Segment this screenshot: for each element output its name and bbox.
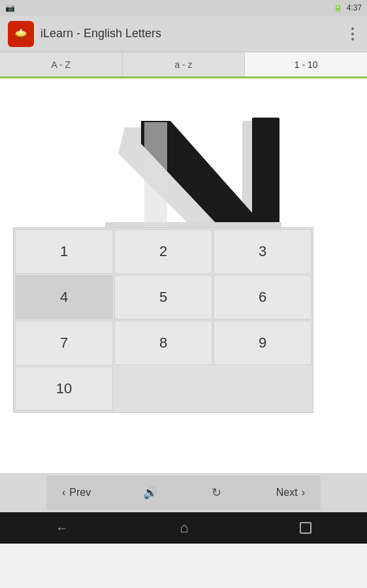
grid-cell-2[interactable]: 2	[114, 229, 212, 274]
next-chevron-icon: ›	[302, 487, 305, 498]
grid-cell-5[interactable]: 5	[114, 275, 212, 319]
android-bar: ← ⌂	[0, 512, 367, 544]
main-content: 1 2 3 4 5 6 7 8 9 10	[0, 78, 367, 473]
home-icon: ⌂	[180, 519, 188, 536]
volume-icon: 🔊	[143, 485, 157, 500]
tab-az-lower[interactable]: a - z	[123, 52, 246, 76]
title-bar: iLearn - English Letters	[0, 16, 367, 52]
grid-cell-10[interactable]: 10	[15, 367, 113, 411]
next-button[interactable]: Next ›	[271, 484, 310, 501]
grid-cell-3[interactable]: 3	[214, 229, 311, 274]
prev-button[interactable]: ‹ Prev	[57, 484, 96, 501]
android-home-button[interactable]: ⌂	[164, 514, 204, 542]
next-label: Next	[276, 487, 298, 498]
grid-cell-1[interactable]: 1	[15, 229, 113, 274]
bottom-nav: ‹ Prev 🔊 ↻ Next ›	[0, 473, 367, 512]
grid-cell-8[interactable]: 8	[114, 321, 212, 365]
volume-button[interactable]: 🔊	[138, 481, 162, 504]
refresh-icon: ↻	[212, 485, 221, 500]
svg-marker-10	[144, 122, 167, 232]
prev-chevron-icon: ‹	[62, 487, 65, 498]
status-time: 4:37	[347, 3, 362, 12]
grid-cell-4[interactable]: 4	[15, 275, 113, 319]
status-right-info: 🔋 4:37	[333, 3, 362, 12]
tab-bar: A - Z a - z 1 - 10	[0, 52, 367, 78]
status-left-icons: 📷	[5, 3, 15, 12]
tab-numbers[interactable]: 1 - 10	[245, 52, 367, 76]
grid-cell-9[interactable]: 9	[214, 321, 311, 365]
battery-icon: 🔋	[333, 3, 343, 12]
tab-az-upper[interactable]: A - Z	[0, 52, 123, 76]
prev-label: Prev	[69, 487, 91, 498]
status-bar: 📷 🔋 4:37	[0, 0, 367, 16]
grid-cell-7[interactable]: 7	[15, 321, 113, 365]
camera-icon: 📷	[5, 3, 15, 12]
app-icon	[8, 21, 34, 47]
android-recent-button[interactable]	[284, 517, 327, 539]
menu-icon[interactable]	[346, 22, 359, 46]
recent-icon	[300, 522, 311, 534]
grid-cell-6[interactable]: 6	[214, 275, 311, 319]
number-grid: 1 2 3 4 5 6 7 8 9 10	[13, 227, 313, 413]
android-back-button[interactable]: ←	[40, 515, 84, 541]
app-title: iLearn - English Letters	[40, 27, 340, 41]
nav-controls: ‹ Prev 🔊 ↻ Next ›	[46, 476, 321, 510]
refresh-button[interactable]: ↻	[205, 481, 229, 504]
